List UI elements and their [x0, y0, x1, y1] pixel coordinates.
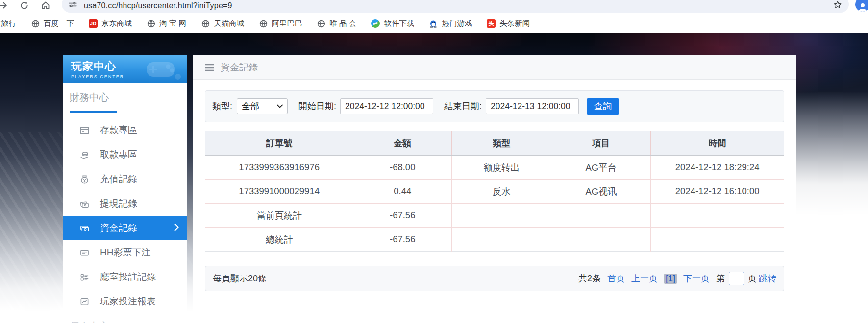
- sidebar-item-player-bet-report[interactable]: 玩家投注報表: [63, 289, 187, 314]
- jd-icon: JD: [89, 19, 98, 28]
- cell-empty: [651, 204, 784, 228]
- globe-icon: [259, 19, 268, 28]
- bookmark-baidu[interactable]: 百度一下: [31, 19, 74, 29]
- gamepad-icon: [144, 58, 182, 83]
- bookmark-software[interactable]: 软件下载: [371, 19, 414, 29]
- sidebar-header: 玩家中心 PLAYERS CENTER: [63, 55, 187, 83]
- globe-icon: [201, 19, 210, 28]
- sidebar-item-recharge-records[interactable]: 充值記錄: [63, 167, 187, 191]
- end-date-label: 結束日期:: [444, 100, 482, 112]
- col-type: 類型: [452, 131, 551, 156]
- first-page-link[interactable]: 首页: [607, 273, 625, 284]
- globe-icon: [31, 19, 40, 28]
- bookmark-vip[interactable]: 唯 品 会: [317, 19, 356, 29]
- bookmark-jd[interactable]: JD 京东商城: [89, 19, 132, 29]
- toutiao-icon: 头: [487, 19, 496, 28]
- cell-amount: -68.00: [353, 156, 452, 180]
- cell-order-no: 1733991000029914: [205, 180, 353, 204]
- page-jump-input[interactable]: [729, 272, 744, 285]
- start-date-input[interactable]: [340, 98, 433, 114]
- software-download-icon: [371, 19, 380, 28]
- sidebar-item-withdraw-records[interactable]: 提現記錄: [63, 191, 187, 216]
- cell-summary-label: 當前頁統計: [205, 204, 353, 228]
- content-header: 資金記錄: [193, 55, 796, 80]
- col-time: 時間: [651, 131, 784, 156]
- bookmark-travel[interactable]: 旅行: [1, 19, 16, 29]
- bookmark-toutiao[interactable]: 头 头条新闻: [487, 19, 530, 29]
- address-bar[interactable]: usa70.cc/hhcp/usercenter.html?iniType=9: [62, 0, 849, 13]
- sidebar: 玩家中心 PLAYERS CENTER 財務中心 存款專區 取款專區: [63, 55, 187, 323]
- col-amount: 金額: [353, 131, 452, 156]
- bookmark-games[interactable]: 热门游戏: [429, 19, 472, 29]
- sidebar-item-withdraw-area[interactable]: 取款專區: [63, 142, 187, 167]
- bookmark-tmall[interactable]: 天猫商城: [201, 19, 244, 29]
- site-info-icon[interactable]: [69, 0, 77, 11]
- start-date-label: 開始日期:: [298, 100, 336, 112]
- end-date-input[interactable]: [486, 98, 579, 114]
- jump-label-after: 页: [748, 273, 757, 284]
- pagination-bar: 每頁顯示20條 共2条 首页 上一页 [1] 下一页 第 页 跳转: [205, 266, 784, 291]
- cell-empty: [452, 228, 551, 252]
- sidebar-item-fund-records[interactable]: 資金記錄: [63, 216, 187, 240]
- bookmarks-bar: 旅行 百度一下 JD 京东商城 淘 宝 网 天猫商城: [0, 14, 868, 33]
- penguin-icon: [429, 19, 438, 28]
- sidebar-item-hh-lottery[interactable]: HH彩票下注: [63, 240, 187, 265]
- cell-empty: [651, 228, 784, 252]
- table-row: 1733991000029914 0.44 反水 AG视讯 2024-12-12…: [205, 180, 784, 204]
- current-page-badge: [1]: [664, 274, 677, 284]
- chevron-down-icon: [277, 104, 283, 108]
- table-summary-row-total: 總統計 -67.56: [205, 228, 784, 252]
- cell-summary-amount: -67.56: [353, 204, 452, 228]
- forward-icon[interactable]: [0, 0, 8, 11]
- cell-item: AG视讯: [551, 180, 651, 204]
- cell-summary-label: 總統計: [205, 228, 353, 252]
- profile-avatar[interactable]: [855, 0, 868, 12]
- url-text[interactable]: usa70.cc/hhcp/usercenter.html?iniType=9: [84, 1, 232, 10]
- money-bag-icon: [80, 175, 89, 184]
- home-icon[interactable]: [40, 0, 51, 11]
- cell-amount: 0.44: [353, 180, 452, 204]
- prev-page-link[interactable]: 上一页: [631, 273, 658, 284]
- cell-empty: [551, 228, 651, 252]
- hand-coins-icon: [80, 150, 89, 160]
- cell-summary-amount: -67.56: [353, 228, 452, 252]
- cell-time: 2024-12-12 16:10:00: [651, 180, 784, 204]
- col-order-no: 訂單號: [205, 131, 353, 156]
- next-page-link[interactable]: 下一页: [683, 273, 710, 284]
- globe-icon: [147, 19, 155, 28]
- sidebar-menu: 存款專區 取款專區 充值記錄 提現記錄: [63, 118, 187, 314]
- table-row: 1733999363916976 -68.00 额度转出 AG平台 2024-1…: [205, 156, 784, 180]
- table-summary-row-page: 當前頁統計 -67.56: [205, 204, 784, 228]
- type-label: 類型:: [212, 100, 232, 112]
- records-table: 訂單號 金額 類型 項目 時間 1733999363916976 -68.00 …: [205, 131, 784, 252]
- sidebar-section-personal: 個人中心: [70, 320, 187, 323]
- cell-type: 反水: [452, 180, 551, 204]
- browser-chrome: usa70.cc/hhcp/usercenter.html?iniType=9 …: [0, 0, 868, 33]
- sidebar-item-deposit[interactable]: 存款專區: [63, 118, 187, 142]
- filter-bar: 類型: 全部 開始日期: 結束日期: 查詢: [205, 90, 784, 122]
- chart-icon: [80, 297, 89, 306]
- hamburger-icon[interactable]: [204, 64, 214, 71]
- table-header-row: 訂單號 金額 類型 項目 時間: [205, 131, 784, 156]
- total-count: 共2条: [578, 273, 601, 284]
- section-divider: [70, 111, 176, 113]
- sidebar-item-hall-bet-records[interactable]: 廳室投註記錄: [63, 265, 187, 289]
- main-panel: 資金記錄 類型: 全部 開始日期: 結束日期: 查詢 訂單號: [193, 55, 796, 323]
- page-title: 資金記錄: [221, 61, 258, 74]
- search-button[interactable]: 查詢: [587, 98, 619, 115]
- jump-button[interactable]: 跳转: [759, 273, 776, 284]
- cell-item: AG平台: [551, 156, 651, 180]
- col-item: 項目: [551, 131, 651, 156]
- bookmark-alibaba[interactable]: 阿里巴巴: [259, 19, 302, 29]
- pagination-controls: 共2条 首页 上一页 [1] 下一页 第 页 跳转: [578, 272, 776, 285]
- ticket-icon: [80, 248, 89, 257]
- web-page: 玩家中心 PLAYERS CENTER 財務中心 存款專區 取款專區: [0, 33, 868, 323]
- cell-order-no: 1733999363916976: [205, 156, 353, 180]
- type-select-value: 全部: [242, 100, 259, 112]
- bookmark-taobao[interactable]: 淘 宝 网: [147, 19, 186, 29]
- cell-type: 额度转出: [452, 156, 551, 180]
- reload-icon[interactable]: [19, 0, 29, 11]
- type-select[interactable]: 全部: [237, 98, 288, 114]
- bookmark-star-icon[interactable]: [833, 0, 842, 11]
- jump-label-before: 第: [716, 273, 725, 284]
